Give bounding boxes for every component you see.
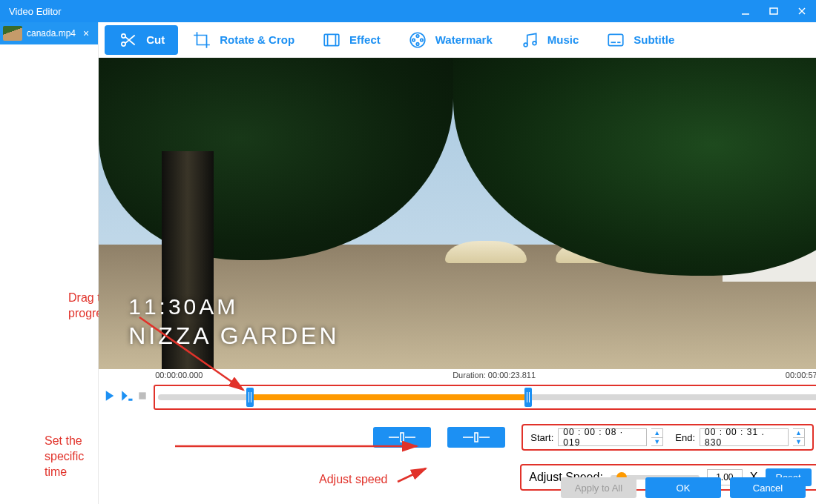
window-title: Video Editor (9, 6, 62, 17)
music-icon (519, 30, 540, 50)
reel-icon (407, 30, 428, 50)
tab-effect[interactable]: Effect (308, 25, 394, 55)
svg-point-17 (533, 41, 536, 44)
svg-marker-22 (122, 391, 128, 401)
tab-effect-label: Effect (349, 33, 381, 46)
svg-rect-18 (609, 34, 624, 45)
timeline-start-label: 00:00:00.000 (155, 371, 203, 379)
crop-icon (191, 30, 212, 50)
svg-line-7 (125, 35, 135, 43)
file-tab[interactable]: canada.mp4 × (0, 22, 98, 44)
tab-cut-label: Cut (146, 33, 165, 46)
svg-rect-32 (475, 433, 478, 442)
timeline-end-label: 00:00:57.376 (786, 371, 816, 379)
video-preview: 11:30AM NIZZA GARDEN (99, 58, 816, 369)
subtitle-icon (605, 30, 626, 50)
svg-point-14 (416, 42, 418, 44)
svg-line-6 (125, 36, 135, 44)
start-time-input[interactable]: 00 : 00 : 08 · 019 (558, 428, 647, 446)
split-left-button[interactable] (373, 427, 431, 448)
start-label: Start: (530, 432, 553, 443)
tab-subtitle-label: Subtitle (634, 33, 674, 46)
svg-rect-29 (401, 433, 404, 442)
timeline-start-handle[interactable] (246, 388, 254, 407)
svg-point-16 (524, 43, 527, 47)
file-name: canada.mp4 (27, 28, 76, 39)
toolbar-tabs: Cut Rotate & Crop Effect Watermark Music (99, 22, 816, 58)
svg-rect-8 (324, 34, 339, 45)
minimize-button[interactable] (731, 0, 760, 22)
close-file-icon[interactable]: × (80, 27, 92, 39)
tab-cut[interactable]: Cut (105, 25, 178, 55)
svg-rect-1 (770, 8, 777, 14)
svg-point-15 (412, 39, 415, 41)
overlay-line1: 11:30AM (128, 294, 339, 319)
annotation-set-time: Set the specific time (45, 434, 98, 480)
start-spinner[interactable]: ▲▼ (651, 428, 663, 446)
split-right-button[interactable] (447, 427, 505, 448)
play-next-button[interactable] (119, 389, 134, 405)
end-label: End: (675, 432, 695, 443)
timeline[interactable]: 00:00:00.000 Duration: 00:00:23.811 00:0… (154, 385, 816, 410)
tab-music[interactable]: Music (506, 25, 593, 55)
play-button[interactable] (103, 389, 116, 405)
tab-subtitle[interactable]: Subtitle (592, 25, 688, 55)
svg-rect-23 (128, 399, 132, 401)
tab-music-label: Music (547, 33, 579, 46)
tab-rotate-label: Rotate & Crop (220, 33, 295, 46)
film-icon (321, 30, 342, 50)
title-bar: Video Editor (0, 0, 816, 22)
svg-point-13 (420, 39, 422, 41)
file-thumbnail (3, 26, 22, 41)
time-range-group: Start: 00 : 00 : 08 · 019 ▲▼ End: 00 : 0… (521, 424, 814, 451)
ok-button[interactable]: OK (645, 477, 721, 498)
maximize-button[interactable] (760, 0, 788, 22)
svg-point-12 (416, 34, 418, 36)
svg-marker-21 (106, 391, 114, 401)
stop-button[interactable] (137, 391, 148, 404)
end-spinner[interactable]: ▲▼ (793, 428, 805, 446)
apply-to-all-button[interactable]: Apply to All (561, 477, 636, 498)
svg-rect-24 (139, 392, 146, 399)
close-window-button[interactable] (788, 0, 816, 22)
tab-watermark[interactable]: Watermark (394, 25, 506, 55)
video-overlay-text: 11:30AM NIZZA GARDEN (128, 294, 339, 350)
tab-watermark-label: Watermark (435, 33, 493, 46)
overlay-line2: NIZZA GARDEN (128, 322, 339, 350)
end-time-input[interactable]: 00 : 00 : 31 . 830 (700, 428, 789, 446)
timeline-end-handle[interactable] (524, 388, 532, 407)
scissors-icon (118, 30, 139, 50)
cancel-button[interactable]: Cancel (730, 477, 806, 498)
timeline-duration-label: Duration: 00:00:23.811 (453, 371, 536, 379)
file-sidebar: canada.mp4 × Drag the progress bar Set t… (0, 22, 99, 504)
tab-rotate-crop[interactable]: Rotate & Crop (178, 25, 308, 55)
